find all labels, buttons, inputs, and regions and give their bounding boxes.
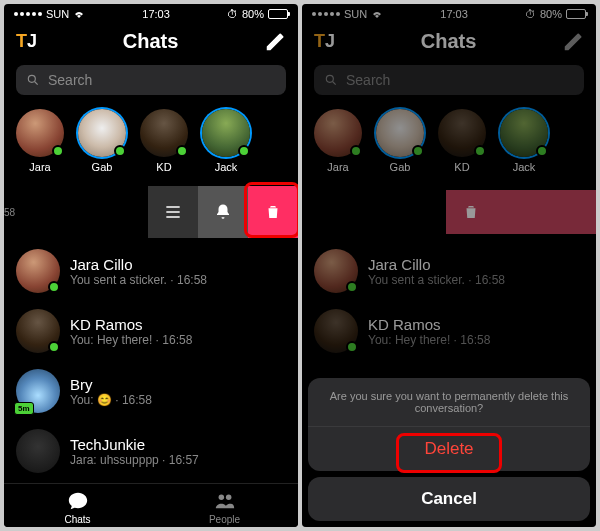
delete-action-sheet: Are you sure you want to permanently del… <box>302 372 596 527</box>
bottom-nav: Chats People <box>4 483 298 527</box>
svg-point-3 <box>225 495 231 501</box>
alarm-icon: ⏱ <box>227 8 238 20</box>
phone-left: SUN 17:03 ⏱ 80% TJ Chats Search Jara Gab… <box>4 4 298 527</box>
story-gab[interactable]: Gab <box>78 109 126 173</box>
trash-icon <box>264 203 282 221</box>
search-placeholder: Search <box>48 72 92 88</box>
battery-icon <box>268 9 288 19</box>
battery-pct: 80% <box>242 8 264 20</box>
people-icon <box>214 490 236 512</box>
chat-item[interactable]: Jara CilloYou sent a sticker. · 16:58 <box>4 241 298 301</box>
status-bar: SUN 17:03 ⏱ 80% <box>4 4 298 24</box>
peek-timestamp: 58 <box>4 207 15 218</box>
status-time: 17:03 <box>142 8 170 20</box>
search-icon <box>26 73 40 87</box>
svg-point-2 <box>218 495 224 501</box>
search-input[interactable]: Search <box>16 65 286 95</box>
chat-list: Jara CilloYou sent a sticker. · 16:58 KD… <box>4 241 298 483</box>
chat-item[interactable]: TechJunkieJara: uhssupppp · 16:57 <box>4 421 298 481</box>
time-badge: 5m <box>14 402 34 415</box>
swipe-mute-button[interactable] <box>198 186 248 238</box>
swipe-delete-button[interactable] <box>248 186 298 238</box>
bell-icon <box>214 203 232 221</box>
svg-line-1 <box>35 82 38 85</box>
delete-button[interactable]: Delete <box>308 427 590 471</box>
header: TJ Chats <box>4 24 298 59</box>
chat-item[interactable]: 5m BryYou: 😊 · 16:58 <box>4 361 298 421</box>
chat-item[interactable]: KD RamosYou: Hey there! · 16:58 <box>4 301 298 361</box>
carrier: SUN <box>46 8 69 20</box>
svg-point-0 <box>28 75 35 82</box>
stories-row: Jara Gab KD Jack <box>4 101 298 181</box>
logo: TJ <box>16 31 37 52</box>
compose-icon <box>264 31 286 53</box>
compose-button[interactable] <box>264 31 286 53</box>
phone-right: SUN 17:03 ⏱ 80% TJ Chats Search Jara Gab… <box>302 4 596 527</box>
story-kd[interactable]: KD <box>140 109 188 173</box>
story-jara[interactable]: Jara <box>16 109 64 173</box>
page-title: Chats <box>123 30 179 53</box>
menu-icon <box>163 202 183 222</box>
swiped-chat-row: 58 <box>4 183 298 241</box>
nav-people[interactable]: People <box>151 490 298 525</box>
nav-chats[interactable]: Chats <box>4 490 151 525</box>
wifi-icon <box>73 9 85 19</box>
chat-bubble-icon <box>67 490 89 512</box>
online-dot <box>52 145 64 157</box>
sheet-prompt: Are you sure you want to permanently del… <box>308 378 590 427</box>
story-jack[interactable]: Jack <box>202 109 250 173</box>
cancel-button[interactable]: Cancel <box>308 477 590 521</box>
swipe-menu-button[interactable] <box>148 186 198 238</box>
